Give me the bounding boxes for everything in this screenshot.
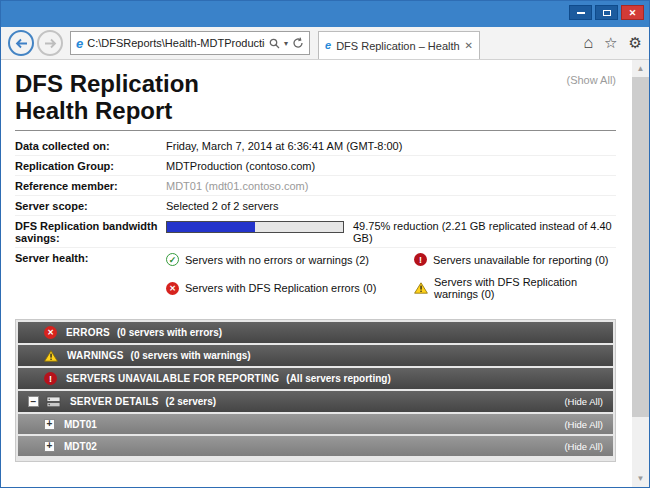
server-row-mdt01[interactable]: + MDT01 (Hide All) [18,414,613,434]
info-row-data-collected: Data collected on: Friday, March 7, 2014… [15,136,616,156]
title-bar[interactable]: ✕ [1,1,649,27]
expand-icon[interactable]: + [44,441,55,452]
home-icon[interactable]: ⌂ [583,34,593,52]
maximize-button[interactable] [595,5,618,20]
bandwidth-bar-fill [167,222,255,232]
red-error-icon: ✕ [44,326,57,339]
bandwidth-label: DFS Replication bandwidth savings: [15,220,166,244]
hide-all-link[interactable]: (Hide All) [564,396,603,407]
address-bar[interactable]: e C:\DFSReports\Health-MDTProduction-07M… [70,31,310,55]
tab-close-icon[interactable]: ✕ [465,40,473,51]
red-error-icon: ✕ [166,282,179,295]
settings-gear-icon[interactable]: ⚙ [629,34,642,52]
info-label: Replication Group: [15,160,166,172]
info-value: MDTProduction (contoso.com) [166,160,315,172]
minimize-button[interactable] [569,5,592,20]
hide-all-link[interactable]: (Hide All) [564,441,603,452]
section-detail: (2 servers) [166,396,217,407]
section-detail: (0 servers with warnings) [131,350,251,361]
info-row-server-scope: Server scope: Selected 2 of 2 servers [15,196,616,216]
show-all-link[interactable]: (Show All) [566,74,616,86]
info-label: Server scope: [15,200,166,212]
scrollbar-thumb[interactable] [632,77,649,417]
info-value: MDT01 (mdt01.contoso.com) [166,180,308,192]
bandwidth-text: 49.75% reduction (2.21 GB replicated ins… [353,220,616,244]
maximize-icon [603,10,611,16]
info-row-replication-group: Replication Group: MDTProduction (contos… [15,156,616,176]
section-title: WARNINGS [67,350,124,361]
back-button[interactable] [8,30,34,56]
health-item-unavailable: ! Servers unavailable for reporting (0) [414,253,616,266]
server-icon [46,396,61,408]
address-url[interactable]: C:\DFSReports\Health-MDTProduction-07M [87,37,265,49]
server-name: MDT02 [64,441,97,452]
back-arrow-icon [15,38,28,49]
expand-icon[interactable]: + [44,419,55,430]
yellow-warning-icon [414,282,428,294]
page-title-line1: DFS Replication [15,70,199,97]
minimize-icon [577,12,585,14]
red-unavailable-icon: ! [44,372,57,385]
favorites-star-icon[interactable]: ☆ [604,34,617,52]
scroll-up-icon[interactable]: ▲ [632,60,649,77]
info-value: Friday, March 7, 2014 at 6:36:41 AM (GMT… [166,140,402,152]
section-title: SERVERS UNAVAILABLE FOR REPORTING [66,373,279,384]
server-health-label: Server health: [15,252,166,264]
red-unavailable-icon: ! [414,253,427,266]
navigation-bar: e C:\DFSReports\Health-MDTProduction-07M… [1,27,649,60]
page-content: (Show All) DFS Replication Health Report… [1,60,649,487]
yellow-warning-icon [44,350,58,362]
info-label: Reference member: [15,180,166,192]
section-detail: (All servers reporting) [286,373,390,384]
search-icon[interactable] [269,38,280,49]
green-check-icon: ✓ [166,253,179,266]
report-summary-table: Data collected on: Friday, March 7, 2014… [15,136,616,306]
bandwidth-bar [166,221,344,233]
hide-all-link[interactable]: (Hide All) [564,419,603,430]
server-row-mdt02[interactable]: + MDT02 (Hide All) [18,436,613,456]
header-divider [15,130,616,131]
server-details-section-header[interactable]: − SERVER DETAILS (2 servers) (Hide All) [18,391,613,412]
forward-arrow-icon [44,38,57,49]
refresh-icon[interactable] [292,37,304,49]
browser-tab[interactable]: e DFS Replication – Health Re... ✕ [318,31,480,59]
health-item-text: Servers with DFS Replication errors (0) [185,282,376,294]
browser-window: ✕ e C:\DFSReports\Health-MDTProduction-0… [0,0,650,488]
health-item-no-errors: ✓ Servers with no errors or warnings (2) [166,253,414,266]
bandwidth-savings-row: DFS Replication bandwidth savings: 49.75… [15,216,616,248]
health-item-errors: ✕ Servers with DFS Replication errors (0… [166,276,414,300]
errors-section-header[interactable]: ✕ ERRORS (0 servers with errors) [18,322,613,343]
scroll-down-icon[interactable]: ▼ [632,470,649,487]
section-detail: (0 servers with errors) [117,327,222,338]
report-sections: ✕ ERRORS (0 servers with errors) WARNING… [15,319,616,462]
info-value: Selected 2 of 2 servers [166,200,279,212]
page-title-line2: Health Report [15,97,172,124]
section-title: SERVER DETAILS [70,396,159,407]
collapse-icon[interactable]: − [28,396,39,407]
close-button[interactable]: ✕ [621,5,644,20]
forward-button[interactable] [37,30,63,56]
chevron-down-icon[interactable]: ▾ [284,39,288,48]
health-item-warnings: Servers with DFS Replication warnings (0… [414,276,616,300]
server-health-row: Server health: ✓ Servers with no errors … [15,248,616,306]
tab-favicon: e [325,40,331,51]
health-item-text: Servers unavailable for reporting (0) [433,254,608,266]
server-name: MDT01 [64,419,97,430]
vertical-scrollbar[interactable]: ▲ ▼ [632,60,649,487]
info-label: Data collected on: [15,140,166,152]
ie-page-icon: e [76,37,83,50]
unavailable-section-header[interactable]: ! SERVERS UNAVAILABLE FOR REPORTING (All… [18,368,613,389]
info-row-reference-member: Reference member: MDT01 (mdt01.contoso.c… [15,176,616,196]
close-icon: ✕ [629,8,637,18]
health-item-text: Servers with DFS Replication warnings (0… [434,276,616,300]
section-title: ERRORS [66,327,110,338]
warnings-section-header[interactable]: WARNINGS (0 servers with warnings) [18,345,613,366]
page-title: DFS Replication Health Report [15,70,616,124]
health-item-text: Servers with no errors or warnings (2) [185,254,369,266]
tab-title: DFS Replication – Health Re... [336,40,459,52]
